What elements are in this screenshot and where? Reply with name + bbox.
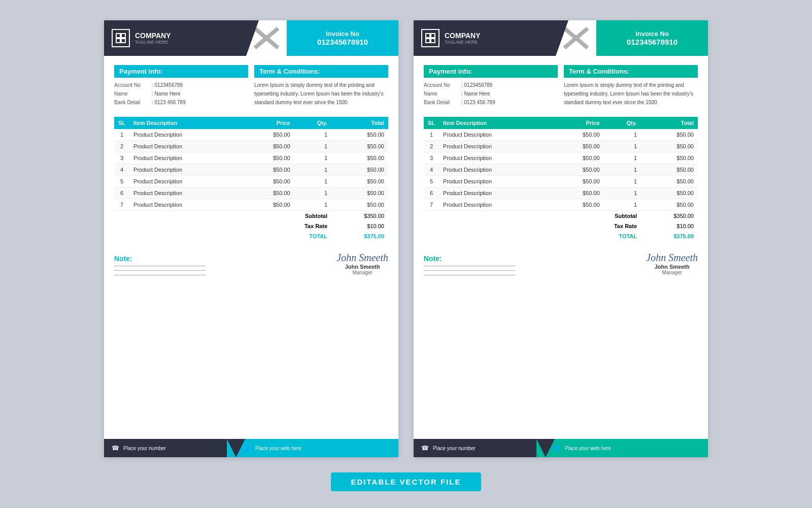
footer-phone-text-1: Place your number xyxy=(123,446,166,451)
signature-1: John Smeeth John Smeeth Manager xyxy=(336,251,388,275)
invoice-2-table: SL Item Description Price Qty. Total 1 P… xyxy=(424,117,698,241)
subtotal-row: Subtotal $350.00 xyxy=(114,211,388,221)
row-price: $50.00 xyxy=(244,129,294,141)
footer-left-1: ☎ Place your number xyxy=(104,439,236,457)
sig-title-2: Manager xyxy=(646,270,698,275)
th-sl: SL xyxy=(114,117,129,129)
th-price-2: Price xyxy=(553,117,604,129)
row-desc: Product Description xyxy=(129,187,244,199)
company-logo-1 xyxy=(112,29,130,47)
row-price: $50.00 xyxy=(553,141,604,152)
row-sl: 5 xyxy=(424,176,439,187)
row-qty: 1 xyxy=(604,129,641,141)
grand-total-value-2: $375.00 xyxy=(641,231,698,241)
svg-rect-2 xyxy=(116,39,120,43)
note-line-5 xyxy=(424,270,515,271)
invoice-1-info-row: Payment info: Account No : 0123456789 Na… xyxy=(114,65,388,107)
subtotal-value-2: $350.00 xyxy=(641,211,698,221)
table-header-row: SL Item Description Price Qty. Total xyxy=(114,117,388,129)
note-label-2: Note: xyxy=(424,255,515,263)
svg-rect-4 xyxy=(426,34,430,38)
row-price: $50.00 xyxy=(244,187,294,199)
invoice-2-number-block: Invoice No 012345678910 xyxy=(596,20,708,56)
row-sl: 7 xyxy=(424,199,439,211)
th-qty: Qty. xyxy=(294,117,331,129)
th-qty-2: Qty. xyxy=(604,117,641,129)
sig-script-1: John Smeeth xyxy=(336,251,388,264)
note-lines-2 xyxy=(424,266,515,275)
invoice-2-terms-title: Term & Conditions: xyxy=(564,65,698,78)
table-row: 4 Product Description $50.00 1 $50.00 xyxy=(114,164,388,176)
note-line-2 xyxy=(114,270,206,271)
row-desc: Product Description xyxy=(439,129,553,141)
row-total: $50.00 xyxy=(641,176,698,187)
svg-rect-5 xyxy=(431,34,435,38)
account-value: : 0123456789 xyxy=(152,81,183,89)
row-qty: 1 xyxy=(294,187,331,199)
row-price: $50.00 xyxy=(553,152,604,164)
table-row: 3 Product Description $50.00 1 $50.00 xyxy=(114,152,388,164)
table-row: 5 Product Description $50.00 1 $50.00 xyxy=(114,176,388,187)
row-sl: 1 xyxy=(424,129,439,141)
invoice-1-terms-text: Lorem Ipsum is simply dummy text of the … xyxy=(254,81,388,107)
table-row: 1 Product Description $50.00 1 $50.00 xyxy=(114,129,388,141)
subtotal-label: Subtotal xyxy=(114,211,331,221)
invoice-1-footer: ☎ Place your number 🌐 Place your web her… xyxy=(104,439,398,457)
note-line-1 xyxy=(114,266,206,266)
row-desc: Product Description xyxy=(439,164,553,176)
row-desc: Product Description xyxy=(129,152,244,164)
row-price: $50.00 xyxy=(553,164,604,176)
bank-label-2: Bank Detail xyxy=(424,98,459,107)
account-label: Account No xyxy=(114,81,150,89)
invoice-2-body: Payment info: Account No : 0123456789 Na… xyxy=(414,56,708,433)
row-sl: 3 xyxy=(424,152,439,164)
th-price: Price xyxy=(244,117,294,129)
company-tagline-2: TAGLINE HERE xyxy=(445,40,481,45)
footer-phone-text-2: Place your number xyxy=(433,446,476,451)
th-desc-2: Item Description xyxy=(439,117,553,129)
editable-badge: EDITABLE VECTOR FILE xyxy=(331,472,482,491)
row-qty: 1 xyxy=(604,164,641,176)
tax-value: $10.00 xyxy=(331,221,388,231)
phone-icon-2: ☎ xyxy=(421,444,429,452)
footer-web-text-2: Place your web here xyxy=(565,446,611,451)
note-label-1: Note: xyxy=(114,255,206,263)
row-price: $50.00 xyxy=(553,129,604,141)
invoice-2-header: COMPANY TAGLINE HERE Invoice No 01234567… xyxy=(414,20,708,56)
note-section-2: Note: xyxy=(424,255,515,275)
invoice-2-info-row: Payment info: Account No : 0123456789 Na… xyxy=(424,65,698,107)
company-text-1: COMPANY TAGLINE HERE xyxy=(135,31,171,45)
invoice-1-terms-block: Term & Conditions: Lorem Ipsum is simply… xyxy=(254,65,388,107)
row-total: $50.00 xyxy=(641,164,698,176)
table-row: 6 Product Description $50.00 1 $50.00 xyxy=(424,187,698,199)
table-row: 2 Product Description $50.00 1 $50.00 xyxy=(114,141,388,152)
row-desc: Product Description xyxy=(439,199,553,211)
invoice-2-payment-title: Payment info: xyxy=(424,65,558,78)
invoice-1-table: SL Item Description Price Qty. Total 1 P… xyxy=(114,117,388,241)
row-price: $50.00 xyxy=(553,199,604,211)
invoice-1: COMPANY TAGLINE HERE Invoice No 01234567… xyxy=(104,20,398,457)
table-row: 1 Product Description $50.00 1 $50.00 xyxy=(424,129,698,141)
tax-row-2: Tax Rate $10.00 xyxy=(424,221,698,231)
row-total: $50.00 xyxy=(641,129,698,141)
row-desc: Product Description xyxy=(129,164,244,176)
row-desc: Product Description xyxy=(129,141,244,152)
th-total: Total xyxy=(331,117,388,129)
total-row-2: TOTAL $375.00 xyxy=(424,231,698,241)
table-row: 3 Product Description $50.00 1 $50.00 xyxy=(424,152,698,164)
company-logo-2 xyxy=(421,29,439,47)
row-qty: 1 xyxy=(604,176,641,187)
invoice-1-payment-title: Payment info: xyxy=(114,65,248,78)
tax-row: Tax Rate $10.00 xyxy=(114,221,388,231)
row-desc: Product Description xyxy=(439,176,553,187)
row-sl: 7 xyxy=(114,199,129,211)
invoice-1-payment-block: Payment info: Account No : 0123456789 Na… xyxy=(114,65,248,107)
row-sl: 2 xyxy=(114,141,129,152)
invoice-number-1: 012345678910 xyxy=(317,38,368,46)
sig-script-2: John Smeeth xyxy=(646,251,698,264)
invoice-2-terms-block: Term & Conditions: Lorem Ipsum is simply… xyxy=(564,65,698,107)
th-sl-2: SL xyxy=(424,117,439,129)
signature-2: John Smeeth John Smeeth Manager xyxy=(646,251,698,275)
row-total: $50.00 xyxy=(641,141,698,152)
grand-total-value: $375.00 xyxy=(331,231,388,241)
